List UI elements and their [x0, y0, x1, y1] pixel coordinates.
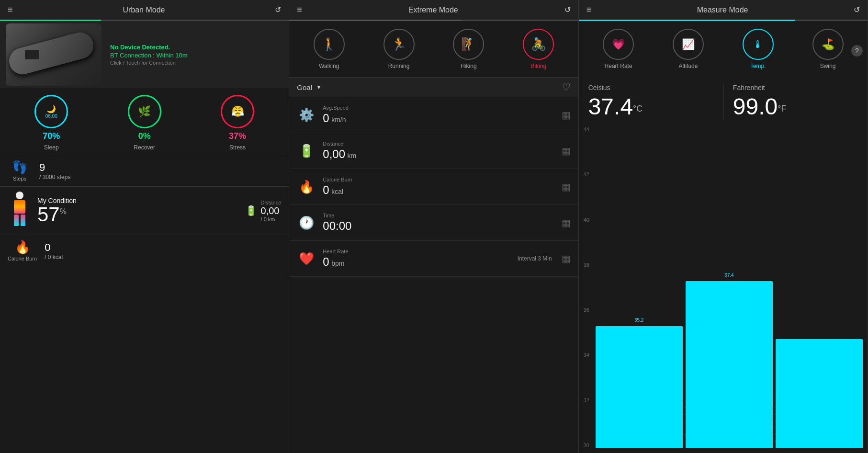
sleep-label: Sleep — [44, 144, 59, 151]
goal-bar[interactable]: Goal ▼ ♡ — [289, 77, 578, 97]
tab-running[interactable]: 🏃 Running — [383, 29, 415, 69]
heart-rate-stat-label: Heart Rate — [323, 249, 510, 254]
heart-rate-chart-icon[interactable]: ▦ — [562, 253, 571, 264]
goal-label: Goal — [297, 83, 312, 91]
chart-bars: 35.2 37.4 — [596, 126, 863, 448]
chart-bar-1: 37.4 — [686, 281, 773, 448]
distance-stat-info: Distance 0,00 km — [323, 141, 554, 161]
tab-walking[interactable]: 🚶 Walking — [314, 29, 345, 69]
recover-circle: 🌿 — [128, 95, 161, 128]
recover-metric: 🌿 0% Recover — [128, 95, 161, 151]
metrics-row: 🌙 06:00 70% Sleep 🌿 0% Recover 😤 37% Str… — [0, 88, 289, 155]
calorie-stat-label: Calorie Burn — [323, 177, 554, 182]
body-figure — [8, 192, 32, 230]
running-circle: 🏃 — [383, 29, 415, 60]
click-touch-text: Click / Touch for Connection — [110, 60, 188, 66]
celsius-value-row: 37.4°C — [588, 93, 713, 120]
avg-speed-icon: ⚙️ — [297, 108, 316, 123]
stress-metric: 😤 37% Stress — [221, 95, 254, 151]
calorie-chart-icon[interactable]: ▦ — [562, 181, 571, 193]
extreme-refresh-icon[interactable]: ↺ — [564, 5, 571, 14]
y-label-44: 44 — [584, 126, 589, 132]
extreme-title: Extreme Mode — [302, 6, 564, 14]
recover-label: Recover — [134, 144, 155, 151]
avg-speed-value: 0 — [323, 112, 329, 125]
urban-title: Urban Mode — [13, 6, 275, 14]
measure-refresh-icon[interactable]: ↺ — [854, 5, 860, 14]
distance-stat-label: Distance — [323, 141, 554, 147]
measure-menu-icon[interactable]: ≡ — [586, 5, 592, 15]
tab-swing[interactable]: ⛳ Swing — [812, 29, 844, 69]
distance-value: 0,00 — [261, 205, 282, 216]
measure-header: ≡ Measure Mode ↺ — [579, 0, 868, 20]
y-label-32: 32 — [584, 397, 589, 403]
biking-label: Biking — [530, 63, 546, 69]
temp-tab-label: Temp. — [750, 63, 766, 69]
tab-biking[interactable]: 🚴 Biking — [523, 29, 554, 69]
stress-circle: 😤 — [221, 95, 254, 128]
bar-label-0: 35.2 — [634, 317, 643, 323]
refresh-icon[interactable]: ↺ — [275, 5, 281, 14]
panel-urban-mode: ≡ Urban Mode ↺ No Device Detected. BT Co… — [0, 0, 289, 453]
chart-bar-2 — [776, 339, 863, 448]
steps-label: Steps — [13, 176, 26, 181]
time-chart-icon[interactable]: ▦ — [562, 217, 571, 228]
tab-hiking[interactable]: 🧗 Hiking — [453, 29, 484, 69]
tab-temp[interactable]: 🌡 Temp. — [743, 29, 774, 69]
extreme-menu-icon[interactable]: ≡ — [297, 5, 302, 15]
time-stat-value: 00:00 — [323, 219, 351, 232]
celsius-superscript: °C — [633, 104, 643, 113]
y-label-40: 40 — [584, 217, 589, 223]
celsius-label: Celsius — [588, 84, 713, 91]
heart-rate-stat-unit: bpm — [331, 260, 344, 267]
fahrenheit-value: 99.0 — [733, 94, 778, 119]
calorie-sub: / 0 kcal — [45, 254, 63, 260]
fahrenheit-section: Fahrenheit 99.0°F — [733, 84, 858, 120]
distance-label: Distance — [261, 200, 282, 205]
figure-body — [14, 200, 25, 214]
device-banner[interactable]: No Device Detected. BT Connection : With… — [0, 21, 289, 88]
stat-heart-rate: ❤️ Heart Rate 0 bpm Interval 3 Min ▦ — [289, 241, 578, 277]
tab-heart-rate[interactable]: 💗 Heart Rate — [603, 29, 634, 69]
altitude-tab-label: Altitude — [678, 63, 698, 69]
hiking-circle: 🧗 — [453, 29, 484, 60]
heart-rate-stat-value: 0 — [323, 255, 329, 268]
interval-text: Interval 3 Min — [518, 255, 552, 262]
menu-icon[interactable]: ≡ — [8, 5, 13, 15]
heart-rate-tab-label: Heart Rate — [605, 63, 632, 69]
avg-speed-value-row: 0 km/h — [323, 112, 554, 125]
calorie-label: Calorie Burn — [8, 256, 37, 261]
avg-speed-chart-icon[interactable]: ▦ — [562, 109, 571, 121]
device-image — [6, 23, 101, 86]
celsius-value: 37.4 — [588, 94, 633, 119]
fahrenheit-value-row: 99.0°F — [733, 93, 858, 120]
y-label-34: 34 — [584, 352, 589, 358]
temp-divider — [723, 84, 723, 120]
calorie-row: 🔥 Calorie Burn 0 / 0 kcal — [0, 235, 289, 266]
figure-head — [16, 192, 23, 199]
distance-stat-value-row: 0,00 km — [323, 147, 554, 161]
distance-stat-value: 0,00 — [323, 147, 345, 160]
y-label-30: 30 — [584, 442, 589, 448]
distance-stat-icon: 🔋 — [297, 144, 316, 159]
stat-calorie: 🔥 Calorie Burn 0 kcal ▦ — [289, 169, 578, 205]
heart-rate-stat-value-row: 0 bpm — [323, 255, 510, 269]
calorie-stat-value: 0 — [323, 183, 329, 196]
no-device-text: No Device Detected. — [110, 44, 188, 51]
stat-distance: 🔋 Distance 0,00 km ▦ — [289, 133, 578, 169]
calorie-value: 0 — [45, 241, 63, 254]
tab-altitude[interactable]: 📈 Altitude — [673, 29, 704, 69]
hiking-label: Hiking — [461, 63, 476, 69]
distance-stat-unit: km — [348, 152, 357, 159]
distance-sub-row: 🔋 Distance 0,00 / 0 km — [245, 200, 282, 222]
help-button[interactable]: ? — [851, 45, 863, 57]
distance-chart-icon[interactable]: ▦ — [562, 145, 571, 157]
y-label-36: 36 — [584, 307, 589, 313]
stat-avg-speed: ⚙️ Avg.Speed 0 km/h ▦ — [289, 97, 578, 133]
stress-percent: 37% — [229, 131, 246, 141]
sleep-circle: 🌙 06:00 — [34, 95, 68, 128]
swing-tab-label: Swing — [820, 63, 836, 69]
distance-sub: / 0 km — [261, 216, 282, 222]
condition-score: 57% — [37, 204, 77, 225]
goal-dropdown-icon[interactable]: ▼ — [316, 84, 322, 91]
